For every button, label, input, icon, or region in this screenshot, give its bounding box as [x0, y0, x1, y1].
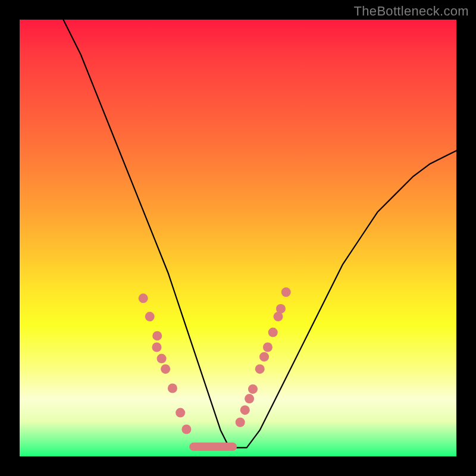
marker-right [276, 304, 286, 314]
marker-right [281, 287, 291, 297]
marker-left [181, 424, 191, 434]
curve-main [63, 20, 456, 447]
marker-right [240, 405, 250, 415]
marker-left [176, 408, 185, 418]
marker-right [245, 394, 254, 403]
marker-left [157, 354, 167, 364]
plot-svg [20, 20, 456, 456]
marker-right [263, 343, 273, 352]
marker-left [152, 331, 162, 340]
watermark-text: TheBottleneck.com [354, 4, 469, 19]
marker-left [145, 312, 155, 321]
chart-frame: TheBottleneck.com [0, 0, 476, 476]
plot-area [20, 20, 456, 456]
marker-right [236, 418, 245, 427]
marker-right [259, 352, 269, 362]
marker-right [268, 328, 278, 337]
marker-right [248, 384, 258, 394]
marker-left [168, 383, 177, 393]
marker-right [255, 364, 265, 374]
marker-left [152, 343, 161, 352]
marker-left [139, 293, 148, 303]
marker-left [161, 364, 170, 374]
